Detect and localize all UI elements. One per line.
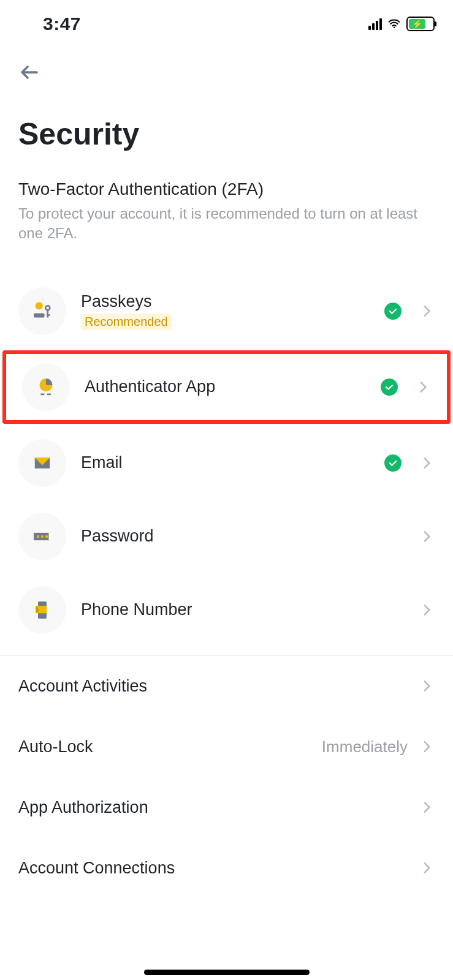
page-title: Security [0, 92, 453, 164]
home-indicator[interactable] [144, 970, 310, 975]
svg-rect-2 [34, 313, 45, 317]
phone-label: Phone Number [81, 600, 404, 619]
status-time: 3:47 [18, 13, 81, 34]
enabled-check-icon [384, 454, 402, 472]
row-account-activities[interactable]: Account Activities [0, 656, 453, 717]
chevron-right-icon [419, 739, 435, 755]
recommended-badge: Recommended [81, 314, 172, 330]
chevron-right-icon [419, 529, 435, 545]
activities-label: Account Activities [18, 677, 408, 696]
svg-point-1 [36, 302, 43, 309]
connections-label: Account Connections [18, 859, 408, 878]
email-label: Email [81, 453, 370, 472]
email-icon [18, 439, 66, 487]
svg-point-12 [41, 535, 44, 538]
row-app-authorization[interactable]: App Authorization [0, 777, 453, 838]
autolock-value: Immediately [322, 737, 408, 756]
phone-icon [18, 586, 66, 634]
battery-icon: ⚡ [406, 17, 435, 31]
passkeys-icon [18, 287, 66, 335]
twofa-item-phone[interactable]: Phone Number [0, 573, 453, 647]
chevron-right-icon [419, 303, 435, 319]
svg-rect-7 [40, 393, 44, 395]
svg-rect-4 [47, 310, 48, 317]
svg-rect-14 [49, 533, 51, 540]
twofa-item-email[interactable]: Email [0, 426, 453, 500]
password-icon [18, 513, 66, 560]
row-auto-lock[interactable]: Auto-Lock Immediately [0, 717, 453, 777]
enabled-check-icon [381, 379, 398, 396]
passkeys-label: Passkeys [81, 292, 370, 311]
chevron-right-icon [419, 678, 435, 694]
twofa-item-password[interactable]: Password [0, 500, 453, 573]
chevron-right-icon [419, 799, 435, 815]
chevron-right-icon [419, 455, 435, 471]
autolock-label: Auto-Lock [18, 737, 311, 756]
svg-point-3 [45, 306, 50, 310]
row-account-connections[interactable]: Account Connections [0, 838, 453, 899]
twofa-description: To protect your account, it is recommend… [0, 203, 453, 256]
status-icons: ⚡ [368, 17, 435, 31]
twofa-list: Passkeys Recommended Authenticator App [0, 256, 453, 647]
authenticator-label: Authenticator App [85, 377, 366, 396]
authorization-label: App Authorization [18, 798, 408, 817]
twofa-item-passkeys[interactable]: Passkeys Recommended [0, 274, 453, 348]
svg-point-11 [37, 535, 39, 538]
chevron-right-icon [415, 379, 431, 395]
svg-rect-8 [47, 393, 51, 395]
status-bar: 3:47 ⚡ [0, 0, 453, 43]
wifi-icon [387, 18, 402, 30]
enabled-check-icon [384, 303, 402, 320]
back-button[interactable] [18, 61, 40, 83]
authenticator-icon [22, 363, 70, 411]
twofa-item-authenticator[interactable]: Authenticator App [2, 350, 451, 424]
chevron-right-icon [419, 860, 435, 876]
password-label: Password [81, 527, 404, 546]
cellular-signal-icon [368, 18, 382, 30]
svg-point-13 [45, 535, 48, 538]
svg-rect-5 [47, 314, 50, 316]
charging-bolt-icon: ⚡ [412, 20, 422, 28]
arrow-left-icon [18, 61, 40, 83]
svg-point-0 [394, 27, 395, 29]
chevron-right-icon [419, 602, 435, 618]
twofa-title: Two-Factor Authentication (2FA) [18, 179, 435, 199]
section-twofa-header: Two-Factor Authentication (2FA) [0, 164, 453, 203]
